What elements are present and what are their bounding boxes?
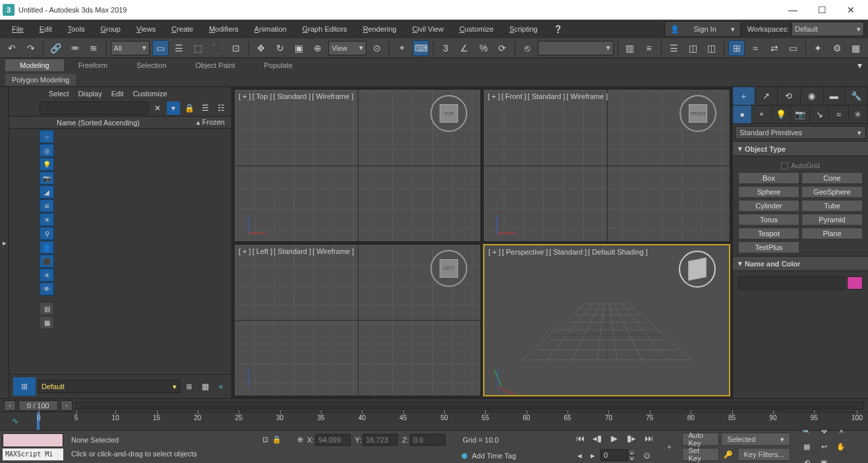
layer-icon-1[interactable]: ≣ (183, 380, 196, 393)
prim-plane[interactable]: Plane (801, 228, 863, 239)
sel-lock-icon[interactable]: 🔒 (272, 435, 281, 444)
prim-textplus[interactable]: TextPlus (738, 241, 799, 253)
ribbon-tab-freeform[interactable]: Freeform (64, 59, 123, 71)
keyfilters-button[interactable]: Key Filters... (738, 448, 790, 461)
named-sel-set-button[interactable]: ⎋ (519, 40, 536, 56)
scene-view-icon-2[interactable]: ☷ (214, 102, 227, 115)
modify-tab[interactable]: ↗ (755, 87, 778, 105)
filter-spacewarp-icon[interactable]: ≋ (40, 199, 54, 212)
shapes-tab[interactable]: ⚬ (752, 106, 771, 123)
scene-search-input[interactable] (40, 102, 148, 115)
lights-tab[interactable]: 💡 (772, 106, 791, 123)
ribbon-tab-populate[interactable]: Populate (249, 59, 306, 71)
viewcube-perspective[interactable] (679, 251, 716, 288)
unlink-button[interactable]: ⚮ (67, 40, 83, 56)
menu-edit[interactable]: Edit (32, 20, 60, 38)
viewport-left[interactable]: [ + ][ Left ][ Standard ][ Wireframe ] L… (234, 244, 481, 397)
nav-pan-icon[interactable]: ↩ (817, 441, 831, 454)
spinner-snap-button[interactable]: ⟳ (494, 40, 511, 56)
crossing-button[interactable]: ⊡ (228, 40, 245, 56)
selection-filter-dropdown[interactable]: All▾ (111, 41, 150, 55)
se-menu-customize[interactable]: Customize (133, 90, 167, 98)
coord-z-input[interactable] (410, 434, 446, 446)
motion-tab[interactable]: ◉ (801, 87, 823, 105)
prim-geosphere[interactable]: GeoSphere (801, 186, 863, 198)
scene-list-header[interactable]: Name (Sorted Ascending) ▴ Frozen (9, 116, 231, 129)
nav-maximize-icon[interactable]: ▣ (817, 456, 831, 464)
time-tag-icon[interactable]: ⬢ (461, 452, 468, 460)
time-back-button[interactable]: ‹ (4, 400, 16, 411)
utilities-tab[interactable]: 🔧 (846, 87, 868, 105)
render-setup-button[interactable]: ⇄ (767, 40, 783, 56)
filter-container-icon[interactable]: ⬛ (40, 255, 54, 268)
filter-lights-icon[interactable]: 💡 (40, 158, 54, 171)
render-production-button[interactable]: ✦ (810, 40, 826, 56)
pivot-button[interactable]: ⊙ (369, 40, 386, 56)
name-color-rollout[interactable]: ▾Name and Color (733, 256, 868, 271)
viewport-top[interactable]: [ + ][ Top ][ Standard ][ Wireframe ] TO… (234, 89, 481, 242)
prim-torus[interactable]: Torus (738, 214, 799, 226)
timeline[interactable]: ∿ 0510 152025 303540 455055 606570 75808… (0, 412, 868, 430)
menu-file[interactable]: File (4, 20, 32, 38)
filter-helpers-icon[interactable]: ◢ (40, 185, 54, 199)
autogrid-checkbox[interactable]: AutoGrid (738, 159, 863, 172)
menu-customize[interactable]: Customize (451, 20, 502, 38)
geometry-tab[interactable]: ● (733, 106, 752, 123)
category-dropdown[interactable]: Standard Primitives▾ (735, 126, 866, 139)
filter-groups-icon[interactable]: ☀ (40, 213, 54, 226)
percent-snap-button[interactable]: % (475, 40, 492, 56)
setkey-button[interactable]: Set Key (682, 448, 719, 461)
nav-orbit-icon[interactable]: ⟲ (799, 456, 814, 464)
filter-frozen-icon[interactable]: ✳ (40, 268, 54, 282)
curve-editor-button[interactable]: ◫ (703, 40, 720, 56)
filter-bone-icon[interactable]: 👤 (40, 241, 54, 254)
world-explorer-toggle[interactable]: ▸ (0, 87, 9, 398)
menu-modifiers[interactable]: Modifiers (201, 20, 246, 38)
prim-cylinder[interactable]: Cylinder (738, 200, 799, 212)
set-key-big-button[interactable]: ＋ (666, 442, 673, 452)
prev-frame-button[interactable]: ◂▮ (589, 431, 605, 446)
viewcube-top[interactable]: TOP (430, 95, 467, 132)
layer-explorer-button[interactable]: ☰ (666, 40, 682, 56)
coord-x-input[interactable] (315, 434, 351, 446)
column-frozen[interactable]: ▴ Frozen (188, 118, 227, 127)
add-time-tag[interactable]: Add Time Tag (472, 452, 516, 460)
menu-tools[interactable]: Tools (60, 20, 93, 38)
sound-wave-icon[interactable]: ∿ (12, 416, 18, 425)
viewport-persp-label[interactable]: [ + ][ Perspective ][ Standard ][ Defaul… (488, 248, 649, 256)
render-activeshade-button[interactable]: ▦ (848, 40, 865, 56)
select-by-name-button[interactable]: ☰ (171, 40, 188, 56)
snap-toggle-button[interactable]: 3 (438, 40, 454, 56)
current-frame-input[interactable]: ▴▾ (600, 449, 636, 461)
move-button[interactable]: ✥ (252, 40, 269, 56)
filter-none-icon[interactable]: ▦ (40, 316, 54, 329)
mirror-button[interactable]: ▥ (622, 40, 639, 56)
scale-button[interactable]: ▣ (291, 40, 307, 56)
select-object-button[interactable]: ▭ (152, 40, 169, 56)
viewcube-left[interactable]: LEFT (430, 250, 467, 287)
viewport-layout-icon[interactable]: ⊞ (13, 377, 36, 396)
maxscript-listener[interactable]: MAXScript Mi (3, 448, 63, 461)
filter-hidden-icon[interactable]: 👁 (40, 282, 54, 295)
scene-collapse-icon[interactable]: « (214, 380, 227, 393)
hierarchy-tab[interactable]: ⟲ (778, 87, 800, 105)
placement-button[interactable]: ⊕ (310, 40, 326, 56)
goto-end-button[interactable]: ⏭ (641, 431, 656, 446)
layer-icon-2[interactable]: ▦ (198, 380, 212, 393)
helpers-tab[interactable]: ↘ (810, 106, 829, 123)
prim-box[interactable]: Box (738, 172, 799, 184)
workspace-dropdown[interactable]: Default▾ (792, 22, 864, 36)
goto-start-button[interactable]: ⏮ (572, 431, 588, 446)
object-type-rollout[interactable]: ▾Object Type (733, 141, 868, 156)
object-color-swatch[interactable] (847, 276, 863, 290)
systems-tab[interactable]: ✳ (849, 106, 868, 123)
abs-rel-icon[interactable]: ⊕ (297, 435, 303, 444)
viewport-top-label[interactable]: [ + ][ Top ][ Standard ][ Wireframe ] (239, 92, 355, 100)
polygon-modeling-panel[interactable]: Polygon Modeling (5, 74, 76, 86)
viewport-perspective[interactable]: [ + ][ Perspective ][ Standard ][ Defaul… (483, 244, 730, 397)
rendered-frame-button[interactable]: ▭ (785, 40, 801, 56)
filter-all-icon[interactable]: ▤ (40, 302, 54, 315)
scene-lock-icon[interactable]: 🔒 (183, 102, 196, 115)
render-iterative-button[interactable]: ⚙ (829, 40, 846, 56)
object-name-input[interactable] (738, 276, 844, 290)
